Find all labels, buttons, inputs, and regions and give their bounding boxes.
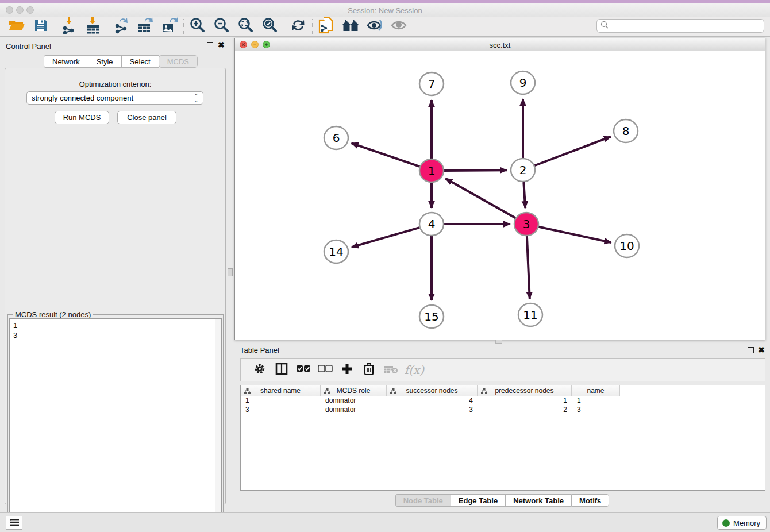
graph-node-label-14: 14: [329, 245, 343, 259]
zoom-selected-icon: [262, 17, 278, 36]
checked-boxes-icon: [296, 365, 311, 375]
hide-selected-button[interactable]: [363, 17, 387, 36]
memory-label: Memory: [733, 519, 760, 527]
column-label: MCDS role: [337, 387, 371, 395]
graph-edge-3-11[interactable]: [527, 236, 530, 299]
table-row-1[interactable]: 3dominator323: [241, 406, 765, 415]
cell-MCDS-role[interactable]: dominator: [321, 396, 387, 406]
network-window-title: scc.txt: [235, 41, 765, 49]
mcds-result-text[interactable]: 1 3: [9, 318, 222, 527]
column-header-predecessor-nodes[interactable]: predecessor nodes: [478, 385, 572, 396]
zoom-out-button[interactable]: [210, 17, 234, 36]
search-input[interactable]: [611, 22, 760, 30]
export-network-button[interactable]: [109, 17, 133, 36]
add-column-button[interactable]: [336, 361, 358, 379]
cell-predecessor-nodes[interactable]: 2: [478, 406, 572, 415]
status-bar: Memory: [0, 512, 770, 532]
graph-edge-3-1[interactable]: [445, 179, 515, 218]
delete-table-button[interactable]: [380, 361, 402, 379]
horizontal-splitter-handle[interactable]: [495, 340, 502, 344]
show-all-button[interactable]: [387, 17, 411, 36]
table-header-row: shared nameMCDS rolesuccessor nodesprede…: [241, 385, 765, 396]
run-mcds-button[interactable]: Run MCDS: [55, 111, 109, 124]
deselect-all-columns-button[interactable]: [314, 361, 336, 379]
export-table-button[interactable]: [133, 17, 157, 36]
zoom-selected-button[interactable]: [258, 17, 282, 36]
function-builder-button[interactable]: f(x): [402, 361, 424, 379]
cell-predecessor-nodes[interactable]: 1: [478, 396, 572, 406]
trash-icon: [363, 363, 375, 377]
column-header-MCDS-role[interactable]: MCDS role: [321, 385, 387, 396]
delete-column-button[interactable]: [358, 361, 380, 379]
graph-node-label-10: 10: [619, 239, 634, 253]
result-scrollbar[interactable]: [215, 319, 221, 527]
graph-edge-3-10[interactable]: [538, 227, 611, 243]
tab-network[interactable]: Network: [44, 55, 88, 68]
column-label: successor nodes: [406, 387, 457, 395]
cell-name[interactable]: 1: [572, 396, 620, 406]
toolbar-separator: [183, 19, 184, 34]
refresh-layout-button[interactable]: [286, 17, 310, 36]
refresh-icon: [290, 18, 306, 35]
network-window-titlebar[interactable]: ✕ − + scc.txt: [235, 38, 765, 51]
open-session-button[interactable]: [5, 17, 29, 36]
cell-name[interactable]: 3: [572, 406, 620, 415]
criterion-select[interactable]: strongly connected component ⌃⌄: [26, 91, 203, 105]
cell-shared-name[interactable]: 1: [241, 396, 321, 406]
float-table-panel-icon[interactable]: [748, 347, 754, 353]
table-body: 1dominator4113dominator323: [241, 396, 765, 415]
vertical-splitter-handle[interactable]: [228, 268, 233, 276]
export-table-icon: [137, 17, 154, 36]
cell-successor-nodes[interactable]: 3: [387, 406, 478, 415]
close-panel-button[interactable]: Close panel: [117, 111, 176, 124]
table-panel-title: Table Panel: [240, 346, 279, 354]
graph-edge-4-14[interactable]: [352, 228, 420, 247]
clone-network-icon: [318, 16, 335, 37]
column-header-successor-nodes[interactable]: successor nodes: [387, 385, 478, 396]
save-session-button[interactable]: [29, 17, 53, 36]
criterion-value: strongly connected component: [32, 94, 133, 102]
cell-successor-nodes[interactable]: 4: [387, 396, 478, 406]
task-history-button[interactable]: [6, 516, 22, 530]
fx-icon: f(x): [405, 363, 424, 377]
search-box[interactable]: [596, 19, 764, 33]
table-settings-button[interactable]: [249, 361, 271, 379]
graph-edge-2-3[interactable]: [523, 182, 525, 208]
export-image-button[interactable]: [157, 17, 182, 36]
memory-button[interactable]: Memory: [717, 516, 767, 530]
clone-network-button[interactable]: [314, 17, 338, 36]
tab-node-table[interactable]: Node Table: [395, 494, 451, 507]
tab-mcds[interactable]: MCDS: [159, 55, 198, 68]
eye-slash-icon: [366, 18, 383, 34]
import-table-button[interactable]: [81, 17, 105, 36]
tab-motifs[interactable]: Motifs: [571, 494, 609, 507]
close-panel-icon[interactable]: ✖: [218, 42, 225, 48]
tab-select[interactable]: Select: [121, 55, 159, 68]
table-row-0[interactable]: 1dominator411: [241, 396, 765, 406]
column-header-name[interactable]: name: [572, 385, 620, 396]
column-label: predecessor nodes: [495, 387, 553, 395]
show-column-panel-button[interactable]: [271, 361, 292, 379]
column-header-shared-name[interactable]: shared name: [241, 385, 321, 396]
close-table-panel-icon[interactable]: ✖: [758, 347, 765, 353]
cell-MCDS-role[interactable]: dominator: [321, 406, 387, 415]
network-graph-canvas[interactable]: 7968124314101511: [235, 51, 765, 340]
float-panel-icon[interactable]: [207, 42, 213, 48]
home-neighbors-button[interactable]: [338, 17, 363, 36]
session-title: Session: New Session: [0, 6, 770, 15]
cell-shared-name[interactable]: 3: [241, 406, 321, 415]
tab-network-table[interactable]: Network Table: [505, 494, 571, 507]
select-all-columns-button[interactable]: [292, 361, 314, 379]
column-label: name: [587, 387, 604, 395]
table-panel-tabs: Node Table Edge Table Network Table Moti…: [234, 494, 770, 507]
control-panel-tabs: Network Style Select MCDS: [44, 55, 198, 68]
import-network-button[interactable]: [57, 17, 81, 36]
zoom-in-button[interactable]: [186, 17, 210, 36]
zoom-fit-button[interactable]: [234, 17, 258, 36]
graph-edge-2-8[interactable]: [534, 137, 611, 166]
tab-edge-table[interactable]: Edge Table: [451, 494, 505, 507]
graph-edge-1-2[interactable]: [444, 170, 507, 171]
tab-style[interactable]: Style: [88, 55, 121, 68]
graph-edge-1-6[interactable]: [352, 143, 421, 167]
node-table[interactable]: shared nameMCDS rolesuccessor nodesprede…: [240, 385, 765, 491]
